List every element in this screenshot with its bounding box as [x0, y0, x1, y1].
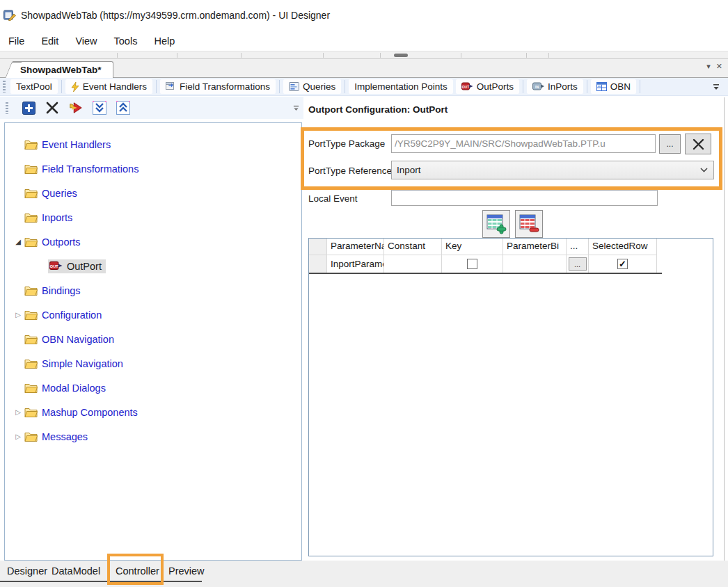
tree-item-obn-navigation[interactable]: OBN Navigation — [5, 327, 301, 351]
collapsed-caret-icon[interactable]: ▷ — [12, 433, 24, 440]
tab-preview[interactable]: Preview — [164, 563, 209, 580]
menu-view[interactable]: View — [67, 33, 105, 49]
view-tab-bar: Designer DataModel Controller Preview — [0, 561, 728, 587]
menu-edit[interactable]: Edit — [33, 33, 67, 49]
expand-all-icon — [93, 101, 106, 115]
toolbar-drag-handle[interactable] — [394, 54, 408, 57]
inports-button[interactable]: IN InPorts — [527, 79, 583, 94]
table-add-icon — [486, 214, 507, 234]
collapsed-caret-icon[interactable]: ▷ — [12, 311, 24, 319]
tree-item-inports[interactable]: Inports — [5, 205, 301, 230]
folder-icon — [24, 358, 38, 369]
inport-icon: IN — [532, 82, 544, 91]
column-header-parameterbinding[interactable]: ParameterBi — [503, 239, 567, 255]
delete-item-button[interactable] — [45, 101, 59, 115]
menu-bar: File Edit View Tools Help — [0, 31, 728, 51]
tree-item-outports[interactable]: ◢ Outports — [5, 230, 301, 254]
app-icon — [3, 10, 16, 21]
menu-tools[interactable]: Tools — [106, 33, 146, 49]
tree-item-bindings[interactable]: Bindings — [5, 278, 301, 303]
porttype-reference-label: PortType Reference — [308, 166, 392, 176]
outport-parameters-grid: ParameterNa Constant Key ParameterBi ...… — [308, 238, 713, 556]
chevron-down-icon — [700, 168, 708, 172]
svg-text:OUT: OUT — [461, 85, 469, 89]
add-icon — [22, 102, 35, 115]
tree-item-modal-dialogs[interactable]: Modal Dialogs — [5, 376, 301, 400]
constant-cell[interactable] — [384, 255, 442, 273]
obn-icon — [596, 82, 607, 91]
collapsed-caret-icon[interactable]: ▷ — [12, 408, 24, 416]
toolbar-grip[interactable] — [3, 81, 6, 93]
column-header-parametername[interactable]: ParameterNa — [327, 239, 384, 255]
binding-browse-button[interactable]: ... — [569, 257, 587, 271]
row-selector-cell[interactable] — [309, 255, 327, 273]
outport-icon: OUT — [49, 261, 63, 271]
reorder-button[interactable] — [69, 101, 83, 115]
lightning-icon — [71, 82, 79, 92]
double-arrow-icon — [69, 102, 83, 114]
local-event-input[interactable] — [391, 190, 658, 206]
delete-icon — [46, 102, 58, 114]
window-title: ShowpadWebTab (https://my349599.crm.onde… — [21, 10, 330, 21]
menu-help[interactable]: Help — [145, 33, 183, 49]
tree-item-field-transformations[interactable]: Field Transformations — [5, 156, 301, 181]
tab-controller[interactable]: Controller — [111, 563, 164, 580]
selected-row-cell: ✓ — [589, 255, 657, 273]
expand-all-button[interactable] — [93, 101, 106, 115]
folder-icon — [24, 139, 38, 150]
toolbar-grip[interactable] — [6, 102, 8, 114]
column-header-selectedrow[interactable]: SelectedRow — [589, 239, 657, 255]
porttype-package-browse-button[interactable]: ... — [659, 134, 681, 154]
queries-button[interactable]: Queries — [283, 79, 341, 94]
binding-browse-cell: ... — [567, 255, 589, 273]
tab-close-icon[interactable]: ✕ — [716, 62, 722, 71]
obn-button[interactable]: OBN — [591, 79, 636, 94]
column-header-key[interactable]: Key — [442, 239, 503, 255]
event-handlers-button[interactable]: Event Handlers — [65, 79, 152, 94]
table-row[interactable]: InportParame ... ✓ — [309, 255, 662, 274]
table-remove-icon — [519, 214, 539, 234]
tree-toolbar — [0, 97, 303, 119]
toolbar-overflow-icon[interactable] — [713, 83, 720, 90]
tree-item-simple-navigation[interactable]: Simple Navigation — [5, 351, 301, 376]
porttype-package-clear-button[interactable] — [685, 134, 711, 154]
add-item-button[interactable] — [22, 101, 35, 115]
field-transformations-button[interactable]: Field Transformations — [160, 79, 276, 94]
folder-icon — [24, 431, 38, 442]
key-checkbox[interactable] — [467, 259, 477, 269]
folder-icon — [24, 309, 38, 320]
expanded-caret-icon[interactable]: ◢ — [12, 238, 24, 246]
toolbar-overflow-icon[interactable] — [293, 105, 299, 111]
tab-list-dropdown-icon[interactable]: ▾ — [706, 62, 711, 71]
grid-row-actions — [482, 210, 543, 238]
column-header-ellipsis[interactable]: ... — [567, 239, 589, 255]
queries-icon — [289, 82, 299, 91]
textpool-button[interactable]: TextPool — [10, 79, 58, 94]
key-cell — [442, 255, 503, 273]
collapse-all-button[interactable] — [116, 101, 130, 115]
document-tab-active[interactable]: ShowpadWebTab* — [13, 61, 113, 78]
outport-icon: OUT — [461, 82, 473, 91]
svg-text:IN: IN — [535, 85, 539, 89]
add-row-button[interactable] — [482, 210, 510, 238]
tree-item-outport-selected[interactable]: OUT OutPort — [5, 254, 301, 278]
tree-item-messages[interactable]: ▷ Messages — [5, 424, 301, 449]
porttype-reference-select[interactable]: Inport — [391, 161, 714, 179]
porttype-package-input[interactable] — [391, 134, 656, 153]
tab-datamodel[interactable]: DataModel — [47, 563, 104, 580]
svg-text:OUT: OUT — [50, 264, 58, 268]
remove-row-button[interactable] — [515, 210, 543, 238]
tab-designer[interactable]: Designer — [3, 563, 52, 580]
tree-item-mashup-components[interactable]: ▷ Mashup Components — [5, 400, 301, 424]
implementation-points-button[interactable]: Implementation Points — [349, 79, 453, 94]
field-transformations-icon — [166, 82, 176, 91]
tree-item-event-handlers[interactable]: Event Handlers — [5, 132, 301, 156]
parameter-binding-cell[interactable] — [503, 255, 567, 273]
outports-button[interactable]: OUT OutPorts — [456, 79, 519, 94]
menu-file[interactable]: File — [0, 33, 33, 49]
tree-item-queries[interactable]: Queries — [5, 181, 301, 205]
selected-row-checkbox[interactable]: ✓ — [617, 259, 628, 269]
parameter-name-cell[interactable]: InportParame — [327, 255, 384, 273]
column-header-constant[interactable]: Constant — [384, 239, 442, 255]
tree-item-configuration[interactable]: ▷ Configuration — [5, 303, 301, 327]
